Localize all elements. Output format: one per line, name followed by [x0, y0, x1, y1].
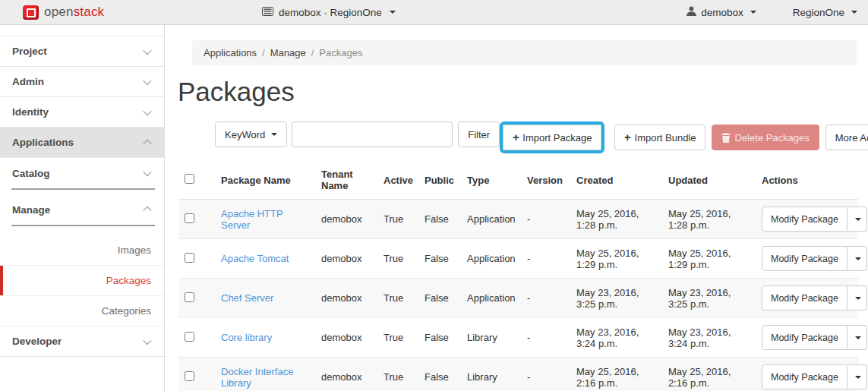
sidebar-item-catalog[interactable]: Catalog — [0, 158, 164, 188]
sidebar-item-categories[interactable]: Categories — [0, 296, 164, 326]
breadcrumb-item-packages: Packages — [319, 47, 362, 58]
package-name-link[interactable]: Chef Server — [221, 292, 273, 304]
breadcrumb-item-manage[interactable]: Manage — [270, 47, 306, 58]
package-name-link[interactable]: Apache Tomcat — [221, 253, 289, 264]
select-all-checkbox[interactable] — [185, 174, 194, 184]
sidebar-item-developer[interactable]: Developer — [0, 326, 164, 357]
row-actions-dropdown-button[interactable] — [847, 364, 867, 389]
import-package-button[interactable]: + Import Package — [503, 125, 601, 150]
modify-package-button[interactable]: Modify Package — [762, 207, 847, 232]
sidebar-item-label: Categories — [102, 305, 151, 317]
import-bundle-button-label: Import Bundle — [635, 132, 696, 143]
row-action-split-button: Modify Package — [762, 325, 867, 350]
package-name-link[interactable]: Apache HTTP Server — [221, 208, 282, 231]
created-cell: May 25, 2016, 2:16 p.m. — [570, 358, 662, 391]
sidebar-item-admin[interactable]: Admin — [0, 67, 164, 97]
plus-icon: + — [513, 131, 519, 143]
import-bundle-button[interactable]: + Import Bundle — [614, 125, 705, 150]
column-header-version[interactable]: Version — [521, 161, 570, 200]
chevron-down-icon — [855, 257, 861, 260]
public-cell: False — [418, 239, 461, 279]
row-actions-dropdown-button[interactable] — [847, 325, 867, 350]
filter-button[interactable]: Filter — [458, 121, 500, 147]
top-navbar: openstack demobox · RegionOne demobox Re… — [0, 0, 868, 25]
openstack-logo[interactable]: openstack — [23, 0, 104, 24]
row-actions-dropdown-button[interactable] — [847, 207, 867, 232]
sidebar-item-applications[interactable]: Applications — [0, 128, 164, 158]
filter-search-input[interactable] — [292, 121, 453, 147]
more-actions-button-label: More Actions — [835, 132, 868, 143]
chevron-down-icon — [143, 76, 151, 84]
breadcrumb: Applications/Manage/Packages — [192, 40, 857, 65]
active-cell: True — [377, 358, 418, 391]
sidebar-item-project[interactable]: Project — [0, 36, 164, 67]
breadcrumb-item-applications[interactable]: Applications — [204, 47, 257, 58]
row-checkbox[interactable] — [185, 332, 194, 342]
chevron-down-icon — [143, 336, 151, 344]
modify-package-button-label: Modify Package — [771, 214, 838, 225]
modify-package-button[interactable]: Modify Package — [762, 364, 847, 389]
row-checkbox[interactable] — [185, 371, 194, 381]
chevron-up-icon — [143, 207, 151, 215]
public-cell: False — [418, 358, 461, 391]
modify-package-button[interactable]: Modify Package — [762, 325, 847, 350]
keyword-dropdown-button[interactable]: KeyWord — [215, 121, 287, 147]
package-name-link[interactable]: Docker Interface Library — [221, 366, 293, 389]
column-header-type[interactable]: Type — [461, 161, 521, 200]
keyword-dropdown-label: KeyWord — [225, 129, 265, 140]
chevron-down-icon — [855, 218, 861, 221]
sidebar-item-label: Packages — [106, 275, 151, 286]
tenant-cell: demobox — [315, 358, 377, 391]
created-cell: May 23, 2016, 3:24 p.m. — [570, 318, 662, 358]
sidebar-item-images[interactable]: Images — [0, 235, 164, 266]
sidebar-item-packages[interactable]: Packages — [0, 266, 164, 296]
page-title: Packages — [178, 77, 868, 107]
column-header-updated[interactable]: Updated — [662, 161, 756, 200]
modify-package-button[interactable]: Modify Package — [762, 285, 847, 311]
column-header-actions: Actions — [756, 161, 858, 200]
delete-packages-button[interactable]: Delete Packages — [712, 125, 819, 150]
sidebar-item-label: Project — [12, 46, 47, 57]
sidebar-item-label: Applications — [12, 137, 74, 148]
active-cell: True — [377, 200, 418, 239]
sidebar-item-label: Identity — [12, 106, 49, 118]
more-actions-button[interactable]: More Actions — [825, 125, 868, 150]
table-row: Chef Server demobox True False Applicati… — [178, 279, 858, 318]
user-menu[interactable]: demobox — [687, 6, 756, 18]
sidebar-item-label: Images — [118, 244, 151, 256]
row-actions-dropdown-button[interactable] — [847, 285, 867, 311]
row-checkbox[interactable] — [185, 253, 194, 263]
row-checkbox[interactable] — [185, 213, 194, 223]
row-checkbox[interactable] — [185, 292, 194, 302]
type-cell: Application — [461, 239, 521, 279]
sidebar-item-identity[interactable]: Identity — [0, 97, 164, 128]
modify-package-button[interactable]: Modify Package — [762, 246, 847, 271]
column-header-public[interactable]: Public — [418, 161, 461, 200]
modify-package-button-label: Modify Package — [771, 372, 838, 383]
sidebar-item-manage[interactable]: Manage — [0, 194, 164, 225]
updated-cell: May 25, 2016, 1:28 p.m. — [662, 200, 756, 239]
chevron-down-icon — [143, 168, 151, 176]
row-action-split-button: Modify Package — [762, 207, 867, 232]
user-icon — [687, 6, 696, 18]
column-header-tenant-name[interactable]: Tenant Name — [315, 161, 377, 200]
type-cell: Library — [461, 318, 521, 358]
project-region-switcher[interactable]: demobox · RegionOne — [262, 0, 396, 24]
row-actions-dropdown-button[interactable] — [847, 246, 867, 271]
region-menu[interactable]: RegionOne — [793, 7, 857, 18]
column-header-created[interactable]: Created — [570, 161, 662, 200]
active-cell: True — [377, 239, 418, 279]
region-menu-label: RegionOne — [793, 7, 844, 18]
column-header-package-name[interactable]: Package Name — [215, 161, 315, 200]
package-name-link[interactable]: Core library — [221, 332, 272, 343]
created-cell: May 25, 2016, 1:29 p.m. — [570, 239, 662, 279]
version-cell: - — [521, 200, 570, 239]
chevron-down-icon — [855, 336, 861, 339]
packages-table-body: Apache HTTP Server demobox True False Ap… — [178, 200, 858, 391]
table-row: Apache HTTP Server demobox True False Ap… — [178, 200, 858, 239]
column-header-active[interactable]: Active — [377, 161, 418, 200]
row-action-split-button: Modify Package — [762, 246, 867, 271]
packages-table: Package Name Tenant Name Active Public T… — [178, 161, 858, 391]
table-row: Core library demobox True False Library … — [178, 318, 858, 358]
public-cell: False — [418, 200, 461, 239]
